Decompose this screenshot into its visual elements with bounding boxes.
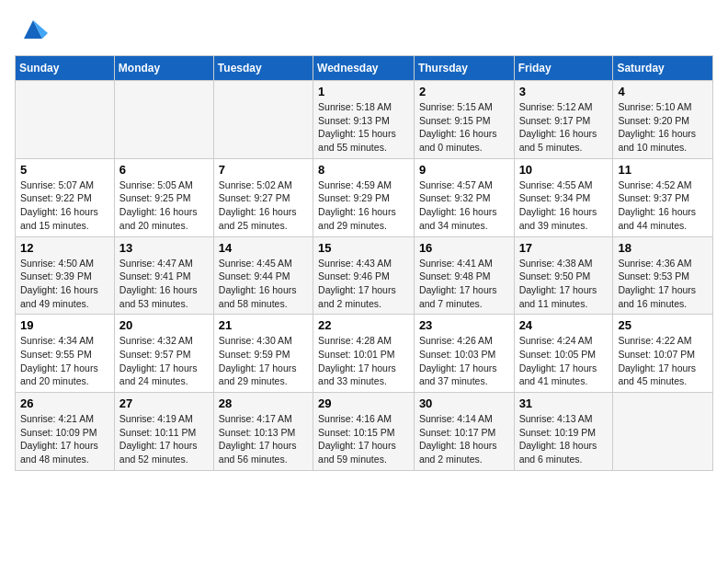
day-cell: 10Sunrise: 4:55 AM Sunset: 9:34 PM Dayli…: [514, 158, 613, 236]
day-info: Sunrise: 5:12 AM Sunset: 9:17 PM Dayligh…: [519, 100, 609, 155]
day-cell: 29Sunrise: 4:16 AM Sunset: 10:15 PM Dayl…: [313, 393, 415, 471]
day-info: Sunrise: 4:19 AM Sunset: 10:11 PM Daylig…: [119, 412, 209, 466]
week-row-3: 12Sunrise: 4:50 AM Sunset: 9:39 PM Dayli…: [16, 236, 713, 315]
day-info: Sunrise: 5:05 AM Sunset: 9:25 PM Dayligh…: [119, 178, 209, 233]
day-info: Sunrise: 4:17 AM Sunset: 10:13 PM Daylig…: [219, 412, 308, 466]
day-number: 28: [219, 396, 308, 410]
day-number: 13: [119, 241, 209, 255]
day-info: Sunrise: 4:47 AM Sunset: 9:41 PM Dayligh…: [119, 257, 209, 311]
day-info: Sunrise: 4:55 AM Sunset: 9:34 PM Dayligh…: [519, 178, 609, 233]
day-cell: [16, 81, 115, 159]
day-number: 17: [519, 241, 609, 255]
day-number: 6: [119, 163, 209, 177]
day-cell: 14Sunrise: 4:45 AM Sunset: 9:44 PM Dayli…: [213, 236, 313, 315]
day-number: 31: [519, 396, 609, 410]
header-saturday: Saturday: [613, 56, 713, 81]
calendar-table: SundayMondayTuesdayWednesdayThursdayFrid…: [15, 55, 713, 471]
day-cell: 4Sunrise: 5:10 AM Sunset: 9:20 PM Daylig…: [613, 81, 713, 159]
day-cell: [213, 81, 313, 159]
day-info: Sunrise: 5:07 AM Sunset: 9:22 PM Dayligh…: [20, 178, 109, 233]
day-number: 12: [20, 241, 109, 255]
day-info: Sunrise: 4:59 AM Sunset: 9:29 PM Dayligh…: [318, 178, 409, 233]
week-row-4: 19Sunrise: 4:34 AM Sunset: 9:55 PM Dayli…: [16, 315, 713, 393]
day-number: 8: [318, 163, 409, 177]
day-info: Sunrise: 5:10 AM Sunset: 9:20 PM Dayligh…: [618, 100, 708, 155]
header-tuesday: Tuesday: [213, 56, 313, 81]
header-friday: Friday: [514, 56, 613, 81]
day-number: 24: [519, 318, 609, 332]
day-info: Sunrise: 4:13 AM Sunset: 10:19 PM Daylig…: [519, 412, 609, 466]
day-number: 10: [519, 163, 609, 177]
header-monday: Monday: [114, 56, 213, 81]
day-number: 27: [119, 396, 209, 410]
day-cell: 6Sunrise: 5:05 AM Sunset: 9:25 PM Daylig…: [114, 158, 213, 236]
day-number: 25: [618, 318, 708, 332]
day-cell: 18Sunrise: 4:36 AM Sunset: 9:53 PM Dayli…: [613, 236, 713, 315]
day-info: Sunrise: 4:57 AM Sunset: 9:32 PM Dayligh…: [419, 178, 509, 233]
day-number: 15: [318, 241, 409, 255]
day-cell: 26Sunrise: 4:21 AM Sunset: 10:09 PM Dayl…: [16, 393, 115, 471]
header-wednesday: Wednesday: [313, 56, 415, 81]
day-number: 9: [419, 163, 509, 177]
day-cell: [613, 393, 713, 471]
day-info: Sunrise: 4:34 AM Sunset: 9:55 PM Dayligh…: [20, 334, 109, 388]
day-cell: 28Sunrise: 4:17 AM Sunset: 10:13 PM Dayl…: [213, 393, 313, 471]
day-info: Sunrise: 4:32 AM Sunset: 9:57 PM Dayligh…: [119, 334, 209, 388]
day-info: Sunrise: 4:26 AM Sunset: 10:03 PM Daylig…: [419, 334, 509, 388]
day-info: Sunrise: 4:16 AM Sunset: 10:15 PM Daylig…: [318, 412, 409, 466]
day-cell: 16Sunrise: 4:41 AM Sunset: 9:48 PM Dayli…: [414, 236, 514, 315]
day-info: Sunrise: 4:14 AM Sunset: 10:17 PM Daylig…: [419, 412, 509, 466]
day-info: Sunrise: 4:52 AM Sunset: 9:37 PM Dayligh…: [618, 178, 708, 233]
week-row-5: 26Sunrise: 4:21 AM Sunset: 10:09 PM Dayl…: [16, 393, 713, 471]
day-cell: 7Sunrise: 5:02 AM Sunset: 9:27 PM Daylig…: [213, 158, 313, 236]
day-cell: 21Sunrise: 4:30 AM Sunset: 9:59 PM Dayli…: [213, 315, 313, 393]
day-number: 19: [20, 318, 109, 332]
logo-icon: [18, 15, 48, 44]
day-number: 21: [219, 318, 308, 332]
day-number: 11: [618, 163, 708, 177]
day-info: Sunrise: 5:18 AM Sunset: 9:13 PM Dayligh…: [318, 100, 409, 155]
day-info: Sunrise: 5:15 AM Sunset: 9:15 PM Dayligh…: [419, 100, 509, 155]
day-cell: 23Sunrise: 4:26 AM Sunset: 10:03 PM Dayl…: [414, 315, 514, 393]
day-cell: 12Sunrise: 4:50 AM Sunset: 9:39 PM Dayli…: [16, 236, 115, 315]
day-cell: 31Sunrise: 4:13 AM Sunset: 10:19 PM Dayl…: [514, 393, 613, 471]
day-cell: 13Sunrise: 4:47 AM Sunset: 9:41 PM Dayli…: [114, 236, 213, 315]
day-info: Sunrise: 4:21 AM Sunset: 10:09 PM Daylig…: [20, 412, 109, 466]
day-cell: [114, 81, 213, 159]
day-number: 4: [618, 85, 708, 98]
day-cell: 25Sunrise: 4:22 AM Sunset: 10:07 PM Dayl…: [613, 315, 713, 393]
page-header: [15, 15, 713, 44]
day-info: Sunrise: 4:28 AM Sunset: 10:01 PM Daylig…: [318, 334, 409, 388]
day-info: Sunrise: 4:30 AM Sunset: 9:59 PM Dayligh…: [219, 334, 308, 388]
day-cell: 30Sunrise: 4:14 AM Sunset: 10:17 PM Dayl…: [414, 393, 514, 471]
day-number: 20: [119, 318, 209, 332]
calendar-header-row: SundayMondayTuesdayWednesdayThursdayFrid…: [16, 56, 713, 81]
day-info: Sunrise: 4:36 AM Sunset: 9:53 PM Dayligh…: [618, 257, 708, 311]
day-cell: 22Sunrise: 4:28 AM Sunset: 10:01 PM Dayl…: [313, 315, 415, 393]
logo: [15, 15, 48, 44]
day-number: 29: [318, 396, 409, 410]
day-info: Sunrise: 4:43 AM Sunset: 9:46 PM Dayligh…: [318, 257, 409, 311]
day-cell: 24Sunrise: 4:24 AM Sunset: 10:05 PM Dayl…: [514, 315, 613, 393]
day-number: 23: [419, 318, 509, 332]
day-info: Sunrise: 4:22 AM Sunset: 10:07 PM Daylig…: [618, 334, 708, 388]
day-number: 30: [419, 396, 509, 410]
day-number: 3: [519, 85, 609, 98]
day-number: 26: [20, 396, 109, 410]
day-info: Sunrise: 5:02 AM Sunset: 9:27 PM Dayligh…: [219, 178, 308, 233]
header-sunday: Sunday: [16, 56, 115, 81]
day-cell: 5Sunrise: 5:07 AM Sunset: 9:22 PM Daylig…: [16, 158, 115, 236]
day-cell: 2Sunrise: 5:15 AM Sunset: 9:15 PM Daylig…: [414, 81, 514, 159]
day-cell: 17Sunrise: 4:38 AM Sunset: 9:50 PM Dayli…: [514, 236, 613, 315]
week-row-1: 1Sunrise: 5:18 AM Sunset: 9:13 PM Daylig…: [16, 81, 713, 159]
day-info: Sunrise: 4:38 AM Sunset: 9:50 PM Dayligh…: [519, 257, 609, 311]
week-row-2: 5Sunrise: 5:07 AM Sunset: 9:22 PM Daylig…: [16, 158, 713, 236]
day-cell: 15Sunrise: 4:43 AM Sunset: 9:46 PM Dayli…: [313, 236, 415, 315]
day-cell: 27Sunrise: 4:19 AM Sunset: 10:11 PM Dayl…: [114, 393, 213, 471]
day-number: 5: [20, 163, 109, 177]
day-number: 16: [419, 241, 509, 255]
calendar-body: 1Sunrise: 5:18 AM Sunset: 9:13 PM Daylig…: [16, 81, 713, 471]
day-cell: 19Sunrise: 4:34 AM Sunset: 9:55 PM Dayli…: [16, 315, 115, 393]
header-thursday: Thursday: [414, 56, 514, 81]
day-number: 1: [318, 85, 409, 98]
